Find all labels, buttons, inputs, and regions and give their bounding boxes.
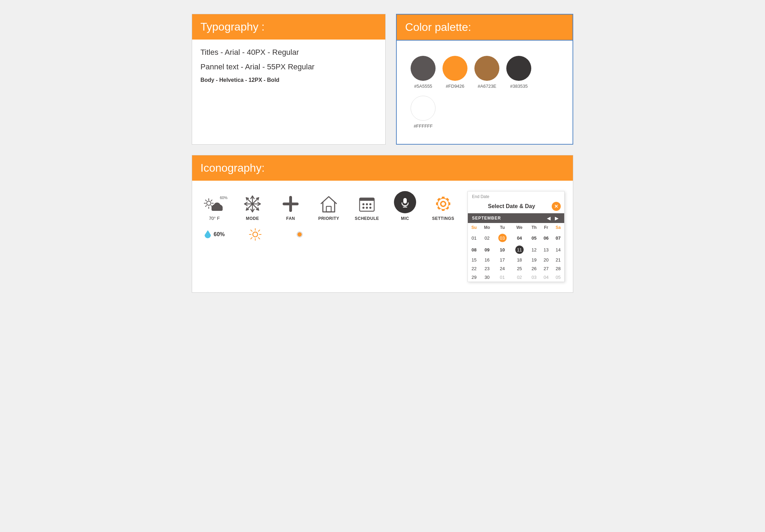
swatch-circle-gray xyxy=(411,56,436,81)
priority-icon-item: PRIORITY xyxy=(315,195,343,221)
color-swatch-white: #FFFFFF xyxy=(411,96,436,129)
cal-day[interactable]: 21 xyxy=(552,256,564,264)
mic-svg xyxy=(399,197,411,208)
cal-day[interactable]: 20 xyxy=(540,256,552,264)
cal-day[interactable]: 09 xyxy=(480,244,494,256)
typography-line-2: Pannel text - Arial - 55PX Regular xyxy=(200,62,377,71)
icons-main-row: 60% xyxy=(200,191,461,221)
cal-day[interactable]: 10 xyxy=(494,244,511,256)
humidity-icon xyxy=(204,230,212,239)
cal-day[interactable]: 27 xyxy=(540,264,552,273)
swatch-label-white: #FFFFFF xyxy=(414,123,433,129)
cal-day[interactable]: 28 xyxy=(552,264,564,273)
cal-day-next-month[interactable]: 05 xyxy=(552,273,564,282)
svg-line-55 xyxy=(258,230,260,231)
iconography-title: Iconography: xyxy=(200,162,265,174)
fan-label: FAN xyxy=(286,216,295,221)
cal-day[interactable]: 08 xyxy=(468,244,480,256)
cal-day[interactable]: 05 xyxy=(528,232,540,244)
cal-day[interactable]: 07 xyxy=(552,232,564,244)
svg-line-53 xyxy=(251,230,252,231)
cal-header-su: Su xyxy=(468,223,480,232)
weather-temp: 70° F xyxy=(209,216,220,221)
svg-rect-13 xyxy=(212,207,223,211)
cal-day-selected-dark[interactable]: 11 xyxy=(511,244,528,256)
typography-body: Titles - Arial - 40PX - Regular Pannel t… xyxy=(192,40,385,97)
swatch-circle-dark xyxy=(506,56,531,81)
icons-area: 60% xyxy=(200,191,461,241)
cal-day[interactable]: 13 xyxy=(540,244,552,256)
cal-day[interactable]: 25 xyxy=(511,264,528,273)
svg-rect-35 xyxy=(283,203,299,205)
svg-line-56 xyxy=(251,238,252,239)
cal-day[interactable]: 15 xyxy=(468,256,480,264)
cal-day[interactable]: 22 xyxy=(468,264,480,273)
color-swatch-brown: #A6723E xyxy=(474,56,499,89)
cal-day[interactable]: 29 xyxy=(468,273,480,282)
cal-day[interactable]: 14 xyxy=(552,244,564,256)
top-row: Typography : Titles - Arial - 40PX - Reg… xyxy=(192,14,573,145)
weather-widget: 60% xyxy=(200,197,228,221)
mode-icon-item: MODE xyxy=(239,195,266,221)
cal-day[interactable]: 17 xyxy=(494,256,511,264)
swatch-label-brown: #A6723E xyxy=(478,84,497,89)
svg-rect-38 xyxy=(360,198,374,201)
cal-day[interactable]: 06 xyxy=(540,232,552,244)
settings-label: SETTINGS xyxy=(432,216,454,221)
color-swatch-gray: #5A5555 xyxy=(411,56,436,89)
cal-title: Select Date & Day xyxy=(471,203,552,209)
svg-point-12 xyxy=(214,203,220,208)
swatch-label-dark: #383535 xyxy=(510,84,528,89)
cal-prev-button[interactable]: ◀ xyxy=(545,215,552,221)
cal-end-date-label: End Date xyxy=(468,191,564,200)
color-swatches: #5A5555 #FD9426 #A6723E #383535 xyxy=(405,49,564,136)
cal-header-sa: Sa xyxy=(552,223,564,232)
typography-title: Typography : xyxy=(200,20,265,33)
svg-line-5 xyxy=(211,200,212,201)
color-palette-body: #5A5555 #FD9426 #A6723E #383535 xyxy=(397,41,573,144)
swatch-label-orange: #FD9426 xyxy=(446,84,464,89)
cal-day[interactable]: 23 xyxy=(480,264,494,273)
svg-line-6 xyxy=(205,205,207,207)
iconography-body: 60% xyxy=(192,181,573,292)
table-row: 08 09 10 11 12 13 14 xyxy=(468,244,564,256)
table-row: 15 16 17 18 19 20 21 xyxy=(468,256,564,264)
svg-point-40 xyxy=(366,203,368,205)
cal-day[interactable]: 26 xyxy=(528,264,540,273)
cal-day[interactable]: 24 xyxy=(494,264,511,273)
cal-header-mo: Mo xyxy=(480,223,494,232)
calendar-widget: End Date Select Date & Day ✕ SEPTEMBER ◀… xyxy=(467,191,565,282)
cal-day[interactable]: 12 xyxy=(528,244,540,256)
swatch-circle-white xyxy=(411,96,436,121)
cal-day[interactable]: 04 xyxy=(511,232,528,244)
typography-line-3: Body - Helvetica - 12PX - Bold xyxy=(200,77,377,83)
cal-day-next-month[interactable]: 04 xyxy=(540,273,552,282)
typography-line-1: Titles - Arial - 40PX - Regular xyxy=(200,48,377,57)
table-row: 29 30 01 02 03 04 05 xyxy=(468,273,564,282)
cal-day-next-month[interactable]: 03 xyxy=(528,273,540,282)
svg-point-39 xyxy=(362,203,364,205)
cal-next-button[interactable]: ▶ xyxy=(553,215,560,221)
mic-icon-item: MIC xyxy=(391,191,419,221)
priority-label: PRIORITY xyxy=(318,216,339,221)
settings-icon xyxy=(434,195,453,213)
cal-day-selected-orange[interactable]: 03 xyxy=(494,232,511,244)
swatch-label-gray: #5A5555 xyxy=(414,84,432,89)
cal-day-next-month[interactable]: 02 xyxy=(511,273,528,282)
cal-day-next-month[interactable]: 01 xyxy=(494,273,511,282)
cal-day[interactable]: 30 xyxy=(480,273,494,282)
cal-day[interactable]: 19 xyxy=(528,256,540,264)
toggle-item xyxy=(286,231,313,238)
cal-day[interactable]: 16 xyxy=(480,256,494,264)
toggle-dot[interactable] xyxy=(296,231,303,238)
cal-header-tu: Tu xyxy=(494,223,511,232)
svg-point-8 xyxy=(207,201,211,205)
swatch-circle-brown xyxy=(474,56,499,81)
cal-close-button[interactable]: ✕ xyxy=(552,202,561,211)
cal-day[interactable]: 01 xyxy=(468,232,480,244)
svg-point-41 xyxy=(369,203,371,205)
mic-button[interactable] xyxy=(394,191,416,213)
typography-card: Typography : Titles - Arial - 40PX - Reg… xyxy=(192,14,386,145)
cal-day[interactable]: 18 xyxy=(511,256,528,264)
cal-day[interactable]: 02 xyxy=(480,232,494,244)
